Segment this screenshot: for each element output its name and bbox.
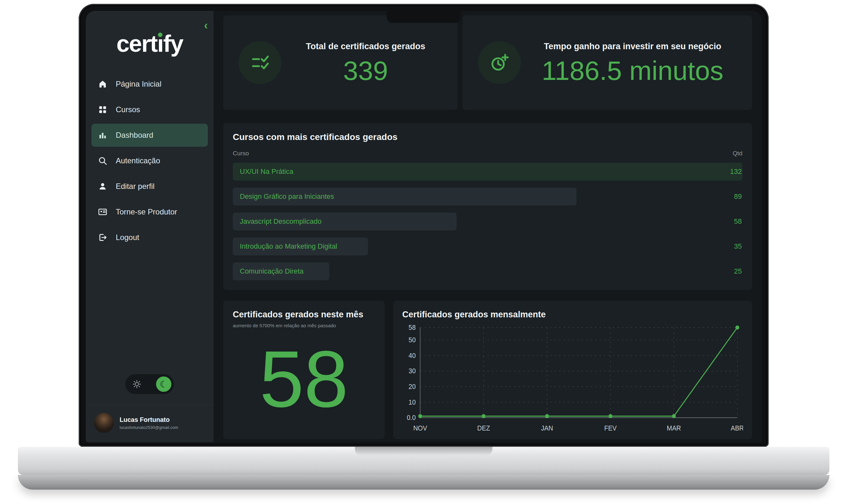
user-icon xyxy=(98,182,107,191)
sidebar-item-label: Logout xyxy=(116,233,139,242)
course-row[interactable]: Comunicação Direta 25 xyxy=(233,263,742,280)
laptop-screen-bezel: ‹ certıfy Página Inicial Cursos xyxy=(79,4,769,447)
grid-icon xyxy=(98,105,107,114)
course-name: Introdução ao Marketing Digital xyxy=(240,242,337,251)
avatar xyxy=(94,413,114,433)
course-name: Javascript Descomplicado xyxy=(240,217,322,226)
course-name: Comunicação Direta xyxy=(240,267,303,275)
svg-text:ABR: ABR xyxy=(730,425,743,432)
sidebar-item-editar-perfil[interactable]: Editar perfil xyxy=(91,175,208,198)
logo-accent-dot xyxy=(158,33,162,37)
moon-icon[interactable]: ☾ xyxy=(156,377,171,392)
sidebar-item-dashboard[interactable]: Dashboard xyxy=(91,124,208,147)
course-bar[interactable]: UX/UI Na Prática xyxy=(233,163,742,181)
stat-title: Tempo ganho para investir em seu negócio xyxy=(529,41,737,52)
sidebar-item-cursos[interactable]: Cursos xyxy=(91,98,208,121)
theme-toggle[interactable]: ☾ xyxy=(125,374,174,394)
column-qty: Qtd xyxy=(733,150,742,157)
monthly-total-subtitle: aumento de 5700% em relação ao mês passa… xyxy=(233,323,375,328)
id-card-icon xyxy=(98,207,107,217)
sidebar-item-pagina-inicial[interactable]: Página Inicial xyxy=(91,73,208,95)
search-icon xyxy=(98,156,107,165)
laptop-base xyxy=(18,447,829,475)
svg-text:DEZ: DEZ xyxy=(477,425,490,432)
bottom-row: Certificados gerados neste mês aumento d… xyxy=(223,301,752,439)
svg-text:30: 30 xyxy=(409,367,416,375)
sidebar-item-autenticacao[interactable]: Autenticação xyxy=(91,149,208,172)
course-name: UX/UI Na Prática xyxy=(240,167,294,176)
svg-text:MAR: MAR xyxy=(667,425,681,432)
svg-text:JAN: JAN xyxy=(541,425,553,432)
svg-text:58: 58 xyxy=(409,324,416,331)
course-name: Design Gráfico para Iniciantes xyxy=(240,192,334,201)
stat-title: Total de certificados gerados xyxy=(289,41,442,52)
sidebar-nav: Página Inicial Cursos Dashboard xyxy=(86,71,214,250)
sidebar-item-torne-se-produtor[interactable]: Torne-se Produtor xyxy=(91,200,208,223)
course-row[interactable]: UX/UI Na Prática 132 xyxy=(233,163,742,181)
course-qty: 58 xyxy=(734,217,742,226)
sidebar-item-logout[interactable]: Logout xyxy=(91,226,208,249)
course-qty: 132 xyxy=(730,167,742,176)
sidebar: ‹ certıfy Página Inicial Cursos xyxy=(86,11,214,442)
course-bar[interactable]: Comunicação Direta xyxy=(233,263,329,280)
laptop-foot xyxy=(18,475,829,490)
sidebar-item-label: Autenticação xyxy=(116,156,160,165)
stat-body: Tempo ganho para investir em seu negócio… xyxy=(529,41,737,84)
bar-chart-icon xyxy=(98,130,107,140)
course-qty: 25 xyxy=(734,267,742,275)
course-qty: 35 xyxy=(734,242,742,251)
column-course: Curso xyxy=(233,150,249,157)
courses-panel-title: Cursos com mais certificados gerados xyxy=(233,132,742,142)
sidebar-collapse-button[interactable]: ‹ xyxy=(204,20,208,31)
camera-notch xyxy=(387,11,461,23)
monthly-total-title: Certificados gerados neste mês xyxy=(233,310,375,320)
sidebar-item-label: Torne-se Produtor xyxy=(116,208,177,216)
stat-body: Total de certificados gerados 339 xyxy=(289,41,442,84)
sidebar-item-label: Editar perfil xyxy=(116,182,155,191)
course-row[interactable]: Introdução ao Marketing Digital 35 xyxy=(233,237,742,255)
stat-value: 1186.5 minutos xyxy=(529,57,737,84)
svg-text:40: 40 xyxy=(409,352,416,359)
svg-text:0.0: 0.0 xyxy=(407,414,416,421)
courses-table-header: Curso Qtd xyxy=(233,150,742,157)
svg-text:NOV: NOV xyxy=(413,425,427,432)
checklist-icon xyxy=(239,41,281,84)
svg-text:10: 10 xyxy=(409,398,416,406)
stat-card-total-certificates: Total de certificados gerados 339 xyxy=(223,15,458,110)
course-bar[interactable]: Design Gráfico para Iniciantes xyxy=(233,187,577,205)
sun-icon[interactable] xyxy=(133,380,141,389)
profile-email: lucasfortunato2530@gmail.com xyxy=(120,425,178,430)
courses-panel: Cursos com mais certificados gerados Cur… xyxy=(223,123,752,290)
course-qty: 89 xyxy=(734,192,742,201)
stat-card-time-saved: Tempo ganho para investir em seu negócio… xyxy=(463,15,752,110)
monthly-chart-title: Certificados gerados mensalmente xyxy=(402,310,743,320)
page-background: ‹ certıfy Página Inicial Cursos xyxy=(0,0,847,504)
app-logo: certıfy xyxy=(117,31,183,57)
monthly-total-card: Certificados gerados neste mês aumento d… xyxy=(223,301,385,439)
courses-table-body: UX/UI Na Prática 132 Design Gráfico para… xyxy=(233,163,742,280)
svg-text:50: 50 xyxy=(409,336,416,344)
monthly-chart: 5850403020100.0NOVDEZJANFEVMARABR xyxy=(402,323,743,435)
course-bar[interactable]: Javascript Descomplicado xyxy=(233,213,457,230)
moon-glyph: ☾ xyxy=(160,379,167,390)
course-row[interactable]: Javascript Descomplicado 58 xyxy=(233,213,742,230)
sidebar-spacer xyxy=(86,250,214,374)
home-icon xyxy=(98,79,107,89)
course-bar[interactable]: Introdução ao Marketing Digital xyxy=(233,237,368,255)
profile-text: Lucas Fortunato lucasfortunato2530@gmail… xyxy=(120,416,178,430)
monthly-total-value: 58 xyxy=(233,328,375,430)
svg-text:20: 20 xyxy=(409,383,416,391)
main-content: Total de certificados gerados 339 Tempo … xyxy=(214,11,762,442)
laptop-lid-notch xyxy=(355,447,492,456)
sidebar-item-label: Página Inicial xyxy=(116,79,161,89)
stats-row: Total de certificados gerados 339 Tempo … xyxy=(223,15,752,110)
monthly-chart-card: Certificados gerados mensalmente 5850403… xyxy=(393,301,752,439)
course-row[interactable]: Design Gráfico para Iniciantes 89 xyxy=(233,187,742,205)
logout-icon xyxy=(98,233,107,242)
svg-text:FEV: FEV xyxy=(604,425,617,432)
clock-plus-icon xyxy=(478,41,521,84)
user-profile[interactable]: Lucas Fortunato lucasfortunato2530@gmail… xyxy=(86,405,214,442)
profile-name: Lucas Fortunato xyxy=(120,416,178,424)
sidebar-item-label: Cursos xyxy=(116,105,140,114)
app-window: ‹ certıfy Página Inicial Cursos xyxy=(86,11,762,442)
